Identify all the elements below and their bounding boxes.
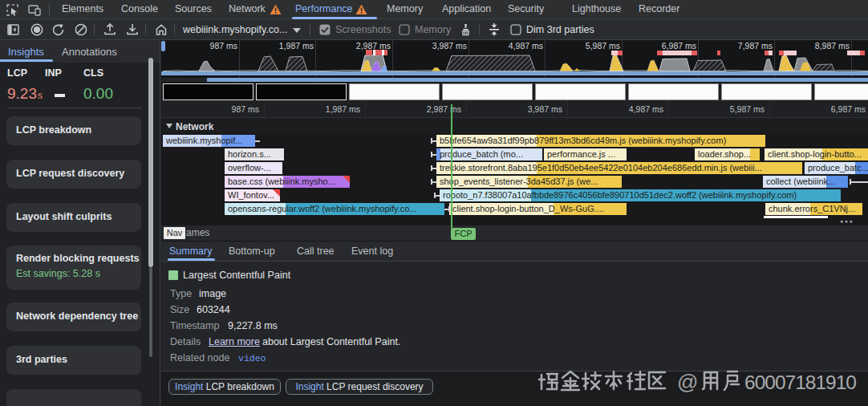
svg-text:@: @	[677, 370, 698, 394]
svg-text:60007181910: 60007181910	[744, 371, 856, 393]
